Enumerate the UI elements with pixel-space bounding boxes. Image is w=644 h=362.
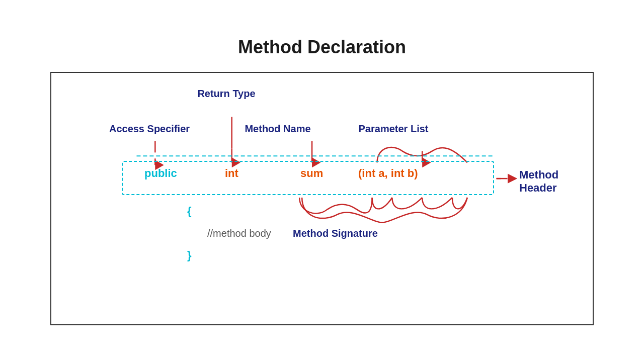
label-parameter-list: Parameter List (348, 123, 439, 135)
code-close-brace: } (187, 249, 192, 262)
label-method-name: Method Name (243, 123, 313, 135)
code-public: public (144, 167, 177, 180)
code-method-body: //method body (207, 228, 271, 239)
code-sum: sum (300, 167, 323, 180)
label-method-signature: Method Signature (293, 228, 378, 239)
label-return-type: Return Type (191, 88, 262, 100)
code-params: (int a, int b) (358, 167, 418, 180)
code-int: int (225, 167, 238, 180)
label-method-header: Method Header (519, 168, 573, 195)
code-open-brace: { (187, 205, 192, 218)
page-title: Method Declaration (238, 37, 406, 58)
diagram-container: Return Type Access Specifier Method Name… (50, 72, 594, 325)
label-access-specifier: Access Specifier (102, 123, 197, 135)
